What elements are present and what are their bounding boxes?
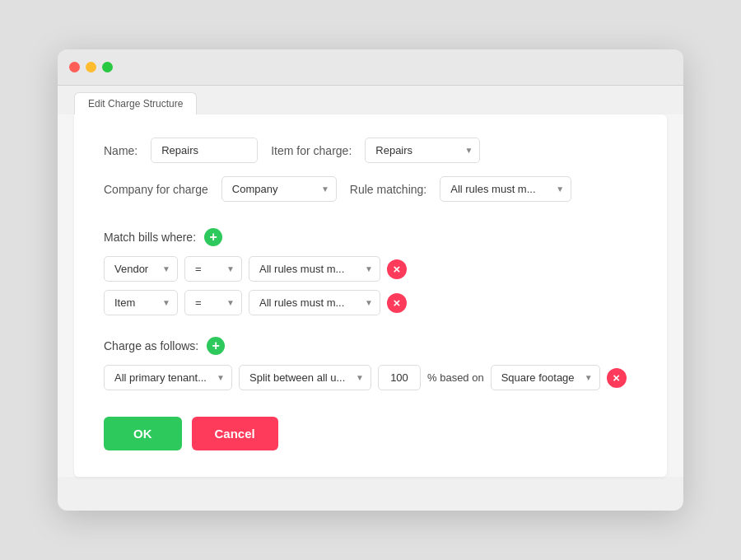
main-content: Name: Item for charge: Repairs ▼ Company… — [74, 114, 667, 477]
tab-bar: Edit Charge Structure — [58, 86, 683, 114]
title-bar — [58, 49, 683, 86]
match-bills-section-title: Match bills where: + — [104, 228, 637, 246]
item-rule-row: Item ▼ = ▼ All rules must m... ▼ × — [104, 290, 637, 315]
remove-item-rule-button[interactable]: × — [387, 293, 407, 313]
ok-button[interactable]: OK — [104, 417, 182, 450]
vendor-rule-row: Vendor ▼ = ▼ All rules must m... ▼ × — [104, 256, 637, 282]
item-for-charge-select[interactable]: Repairs — [365, 138, 480, 163]
company-rule-row: Company for charge Company ▼ Rule matchi… — [104, 176, 637, 202]
company-wrapper: Company ▼ — [221, 176, 337, 202]
match-bills-label: Match bills where: — [104, 231, 196, 244]
company-for-charge-label: Company for charge — [104, 183, 208, 196]
remove-charge-button[interactable]: × — [607, 368, 627, 388]
based-on-label: % based on — [427, 371, 484, 384]
charge-tenant-wrapper: All primary tenant... ▼ — [104, 365, 232, 390]
add-match-bill-button[interactable]: + — [204, 228, 222, 246]
name-label: Name: — [104, 144, 137, 157]
vendor-value-wrapper: All rules must m... ▼ — [249, 256, 380, 282]
item-value-wrapper: All rules must m... ▼ — [249, 290, 380, 315]
main-window: Edit Charge Structure Name: Item for cha… — [58, 49, 683, 511]
tab-edit-charge-structure[interactable]: Edit Charge Structure — [74, 92, 197, 114]
charge-section-title: Charge as follows: + — [104, 337, 637, 355]
vendor-field-wrapper: Vendor ▼ — [104, 256, 178, 282]
item-operator-select[interactable]: = — [184, 290, 242, 315]
cancel-button[interactable]: Cancel — [192, 417, 278, 450]
item-field-select[interactable]: Item — [104, 290, 178, 315]
rule-matching-select[interactable]: All rules must m... — [440, 176, 571, 202]
charge-split-wrapper: Split between all u... ▼ — [239, 365, 371, 390]
vendor-value-select[interactable]: All rules must m... — [249, 256, 380, 282]
remove-vendor-rule-button[interactable]: × — [387, 259, 407, 279]
traffic-lights — [69, 62, 113, 72]
content-area: Edit Charge Structure Name: Item for cha… — [58, 86, 683, 477]
footer-row: OK Cancel — [104, 417, 637, 450]
item-field-wrapper: Item ▼ — [104, 290, 178, 315]
rule-matching-label: Rule matching: — [350, 183, 426, 196]
company-select[interactable]: Company — [221, 176, 337, 202]
percent-input[interactable] — [378, 365, 421, 390]
minimize-button[interactable] — [86, 62, 96, 72]
charge-basis-wrapper: Square footage ▼ — [491, 365, 600, 390]
vendor-op-wrapper: = ▼ — [184, 256, 242, 282]
name-and-item-row: Name: Item for charge: Repairs ▼ — [104, 138, 637, 163]
maximize-button[interactable] — [102, 62, 113, 72]
vendor-operator-select[interactable]: = — [184, 256, 242, 282]
item-for-charge-label: Item for charge: — [271, 144, 352, 157]
charge-tenant-select[interactable]: All primary tenant... — [104, 365, 232, 390]
name-input[interactable] — [151, 138, 258, 163]
item-for-charge-wrapper: Repairs ▼ — [365, 138, 480, 163]
charge-basis-select[interactable]: Square footage — [491, 365, 600, 390]
close-button[interactable] — [69, 62, 80, 72]
charge-split-select[interactable]: Split between all u... — [239, 365, 371, 390]
vendor-field-select[interactable]: Vendor — [104, 256, 178, 282]
charge-as-follows-label: Charge as follows: — [104, 339, 198, 352]
item-op-wrapper: = ▼ — [184, 290, 242, 315]
item-value-select[interactable]: All rules must m... — [249, 290, 380, 315]
add-charge-button[interactable]: + — [207, 337, 225, 355]
rule-matching-wrapper: All rules must m... ▼ — [440, 176, 571, 202]
charge-row: All primary tenant... ▼ Split between al… — [104, 365, 637, 390]
